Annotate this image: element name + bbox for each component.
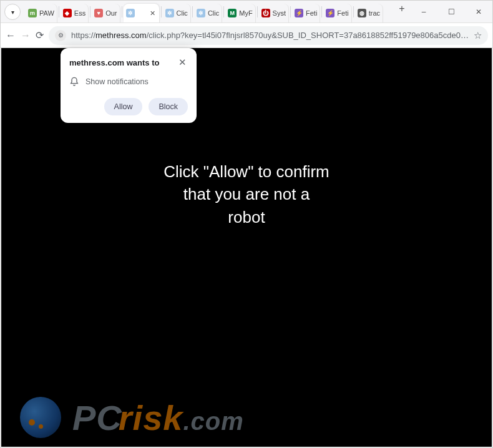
url-scheme: https:// [71,31,95,40]
browser-tab-active[interactable]: ✲✕ [124,4,160,22]
tab-separator [257,6,258,17]
tab-separator [353,6,354,17]
tab-favicon: ⏻ [261,9,270,17]
hero-line-3: robot [1,206,492,228]
browser-tab[interactable]: ◆Ess [61,4,89,22]
tabs-strip: mPAW◆Ess♥Our✲✕✲Clic✲ClicMMyF⏻Syst⚡Feti⚡F… [23,1,391,22]
tab-title: trac [369,9,380,17]
watermark-com: .com [183,407,243,436]
browser-tab[interactable]: ✲Clic [194,4,222,22]
tab-separator [192,6,193,17]
browser-tab[interactable]: mPAW [26,4,57,22]
tab-separator [290,6,291,17]
browser-tab[interactable]: ⏻Syst [259,4,289,22]
tab-separator [223,6,224,17]
tab-favicon: M [228,9,237,17]
tab-favicon: ◆ [63,9,72,17]
browser-tab[interactable]: MMyF [225,4,255,22]
tab-separator [59,6,59,17]
watermark-pc: PC [72,397,122,438]
tab-separator [321,6,322,17]
permission-title: methress.com wants to [69,58,160,67]
tab-close-button[interactable]: ✕ [149,9,157,17]
toolbar: ← → ⟳ ⚙ https://methress.com/click.php?k… [1,23,492,48]
browser-tab[interactable]: ✲Clic [163,4,191,22]
browser-tab[interactable]: ♥Our [92,4,120,22]
browser-window: ▾ mPAW◆Ess♥Our✲✕✲Clic✲ClicMMyF⏻Syst⚡Feti… [0,0,493,448]
bell-icon [69,77,79,87]
watermark-orb-icon [20,397,61,438]
notification-permission-popup: methress.com wants to ✕ Show notificatio… [61,48,197,123]
tab-title: Syst [273,9,286,17]
permission-close-button[interactable]: ✕ [177,57,188,68]
window-close-button[interactable]: ✕ [465,1,492,23]
tab-favicon: ⚡ [326,9,334,17]
tabs-dropdown-button[interactable]: ▾ [4,4,21,20]
tab-favicon: ◍ [358,9,366,17]
tab-title: Our [105,9,117,17]
url-path: /click.php?key=tl45i07flnjsrl8570uy&SUB_… [147,31,469,40]
permission-label: Show notifications [85,77,149,86]
tab-separator [122,6,122,17]
tab-title: Clic [208,9,219,17]
window-controls: – ☐ ✕ [410,1,492,22]
window-maximize-button[interactable]: ☐ [437,1,465,23]
bookmark-star-icon[interactable]: ☆ [474,30,482,41]
tab-title: Clic [177,9,188,17]
tab-separator [90,6,90,17]
tab-favicon: ♥ [94,9,103,17]
url-host: methress.com [95,31,147,40]
browser-tab[interactable]: ⚡Feti [323,4,351,22]
nav-reload-button[interactable]: ⟳ [36,26,44,45]
watermark-text: PC risk .com [72,397,244,438]
omnibox-url[interactable]: https://methress.com/click.php?key=tl45i… [71,31,469,40]
nav-forward-button[interactable]: → [21,26,31,45]
site-settings-icon[interactable]: ⚙ [55,30,66,41]
hero-text: Click "Allow" to confirm that you are no… [1,160,492,228]
tab-favicon: ✲ [197,9,205,17]
permission-allow-button[interactable]: Allow [104,98,143,115]
tab-title: PAW [39,9,54,17]
permission-block-button[interactable]: Block [149,98,188,115]
titlebar: ▾ mPAW◆Ess♥Our✲✕✲Clic✲ClicMMyF⏻Syst⚡Feti… [1,1,492,23]
tab-favicon: m [28,9,37,17]
tab-title: Feti [337,9,348,17]
tab-title: Feti [306,9,317,17]
tab-favicon: ⚡ [295,9,303,17]
nav-back-button[interactable]: ← [6,26,16,45]
watermark-risk: risk [119,397,183,438]
watermark: PC risk .com [20,397,244,438]
window-minimize-button[interactable]: – [410,1,437,23]
browser-tab[interactable]: ⚡Feti [292,4,320,22]
tab-title: MyF [239,9,252,17]
tab-favicon: ✲ [126,9,135,17]
new-tab-button[interactable]: + [394,1,410,17]
tab-favicon: ✲ [165,9,174,17]
tab-title: Ess [74,9,85,17]
hero-line-2: that you are not a [1,183,492,205]
tab-separator [161,6,162,17]
browser-tab[interactable]: ◍trac [355,4,383,22]
hero-line-1: Click "Allow" to confirm [1,160,492,183]
omnibox[interactable]: ⚙ https://methress.com/click.php?key=tl4… [49,26,488,45]
